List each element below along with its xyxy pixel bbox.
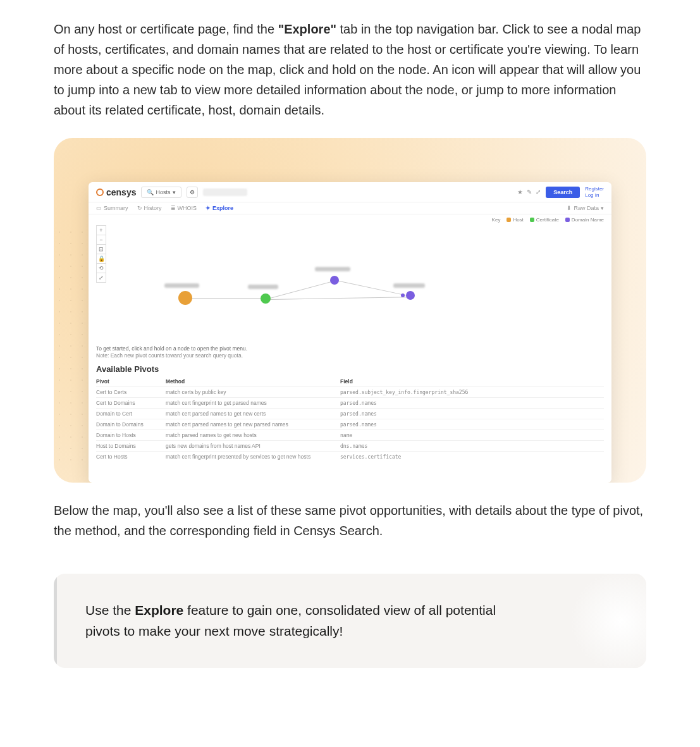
graph-node-certificate[interactable] [261, 293, 271, 304]
zoom-out-button[interactable]: − [96, 235, 106, 245]
logo: censys [96, 187, 136, 197]
col-pivot: Pivot [96, 378, 166, 385]
tab-whois[interactable]: ≣ WHOIS [171, 205, 197, 211]
search-glyph: 🔍 [147, 189, 154, 195]
tab-history[interactable]: ↻ History [137, 205, 162, 211]
history-icon: ↻ [137, 205, 142, 211]
edit-icon[interactable]: ✎ [527, 188, 532, 195]
graph-node-domain[interactable] [406, 291, 415, 300]
fit-button[interactable]: ⊡ [96, 244, 106, 254]
intro-text-pre: On any host or certificate page, find th… [54, 22, 278, 36]
explore-bold: "Explore" [278, 22, 336, 36]
brand-text: censys [106, 187, 136, 197]
pivot-method: match parsed names to get new hosts [166, 432, 330, 438]
pivots-row[interactable]: Domain to Certmatch cert parsed names to… [96, 408, 604, 419]
graph-toolbox: + − ⊡ 🔒 ⟲ ⤢ [96, 225, 106, 282]
pivot-name: Host to Domains [96, 443, 166, 449]
key-label: Key [492, 217, 501, 223]
header-tool-icons: ★ ✎ ⤢ [517, 188, 541, 195]
tab-history-label: History [144, 205, 162, 211]
col-field: Field [340, 378, 604, 385]
tab-explore-label: Explore [212, 205, 233, 211]
logo-icon [96, 188, 104, 196]
key-cert-swatch [530, 218, 534, 222]
graph-node-domain[interactable] [330, 276, 339, 285]
chevron-down-icon: ▾ [173, 189, 176, 195]
key-host-label: Host [513, 217, 523, 223]
screenshot-container: censys 🔍 Hosts ▾ ⚙ ★ ✎ ⤢ Search Register… [54, 138, 646, 483]
pivots-row[interactable]: Cert to Hostsmatch cert fingerprint pres… [96, 451, 604, 462]
key-cert: Certificate [530, 217, 559, 223]
pivot-method: match cert parsed names to get new parse… [166, 421, 330, 428]
login-link[interactable]: Log In [585, 192, 604, 199]
download-icon: ⬇ [567, 205, 572, 211]
pivot-method: gets new domains from host names API [166, 443, 330, 449]
pivot-method: match cert fingerprint to get parsed nam… [166, 400, 330, 406]
pivots-header-row: Pivot Method Field [96, 376, 604, 386]
tab-explore[interactable]: ✦ Explore [206, 205, 233, 211]
auth-links: Register Log In [585, 186, 604, 198]
key-host-swatch [507, 218, 511, 222]
graph-edge [270, 297, 408, 300]
callout-bold: Explore [135, 603, 183, 617]
graph-edge [270, 280, 338, 299]
node-label-blurred [164, 283, 199, 288]
search-input-blurred[interactable] [203, 188, 247, 196]
pivot-field: parsed.subject_key_info.fingerprint_sha2… [340, 390, 604, 395]
lock-button[interactable]: 🔒 [96, 254, 106, 264]
pivot-field: name [340, 433, 604, 438]
tab-summary[interactable]: ▭ Summary [96, 205, 128, 211]
pivots-row[interactable]: Cert to Certsmatch certs by public keypa… [96, 386, 604, 397]
hint-line-1: To get started, click and hold on a node… [96, 345, 604, 352]
rawdata-dropdown[interactable]: ⬇ Raw Data ▾ [567, 205, 604, 211]
tab-summary-label: Summary [104, 205, 128, 211]
callout-box: Use the Explore feature to gain one, con… [54, 574, 646, 668]
callout-pre: Use the [85, 603, 135, 617]
pivots-row[interactable]: Domain to Hostsmatch parsed names to get… [96, 429, 604, 440]
pivot-name: Cert to Hosts [96, 454, 166, 460]
node-label-blurred [315, 267, 350, 271]
pivot-name: Domain to Cert [96, 411, 166, 417]
zoom-in-button[interactable]: + [96, 225, 106, 235]
settings-button[interactable]: ⚙ [187, 187, 198, 198]
key-cert-label: Certificate [536, 217, 559, 223]
intro-text-post: tab in the top navigation bar. Click to … [54, 22, 641, 117]
fullscreen-button[interactable]: ⤢ [96, 273, 106, 283]
pivots-row[interactable]: Host to Domainsgets new domains from hos… [96, 440, 604, 451]
register-link[interactable]: Register [585, 186, 604, 192]
graph-canvas[interactable]: + − ⊡ 🔒 ⟲ ⤢ [96, 225, 604, 345]
expand-icon[interactable]: ⤢ [536, 188, 541, 195]
explore-icon: ✦ [206, 205, 211, 211]
pivot-name: Cert to Certs [96, 389, 166, 395]
graph-node-host[interactable] [178, 291, 192, 305]
tab-bar: ▭ Summary ↻ History ≣ WHOIS ✦ Explore ⬇ … [89, 202, 611, 214]
pivot-field: parsed.names [340, 422, 604, 428]
app-header: censys 🔍 Hosts ▾ ⚙ ★ ✎ ⤢ Search Register… [89, 182, 611, 202]
node-label-blurred [393, 283, 425, 288]
pivot-field: parsed.names [340, 400, 604, 406]
node-label-blurred [248, 285, 278, 289]
pivot-field: dns.names [340, 443, 604, 449]
rawdata-label: Raw Data [574, 205, 599, 211]
pivot-name: Cert to Domains [96, 400, 166, 406]
pivots-row[interactable]: Domain to Domainsmatch cert parsed names… [96, 419, 604, 429]
intro-paragraph: On any host or certificate page, find th… [54, 19, 646, 120]
key-domain: Domain Name [565, 217, 604, 223]
pivot-field: services.certificate [340, 454, 604, 460]
pivots-row[interactable]: Cert to Domainsmatch cert fingerprint to… [96, 397, 604, 408]
pivots-title: Available Pivots [89, 359, 611, 376]
graph-edge [191, 298, 264, 299]
hint-text: To get started, click and hold on a node… [89, 345, 611, 359]
monitor-icon: ▭ [96, 205, 102, 211]
gear-icon: ⚙ [190, 189, 195, 195]
refresh-button[interactable]: ⟲ [96, 263, 106, 273]
star-icon[interactable]: ★ [517, 188, 523, 195]
scope-dropdown[interactable]: 🔍 Hosts ▾ [141, 187, 181, 198]
app-mock: censys 🔍 Hosts ▾ ⚙ ★ ✎ ⤢ Search Register… [89, 182, 611, 483]
legend-row: Key Host Certificate Domain Name [89, 214, 611, 225]
scope-label: Hosts [156, 189, 170, 195]
callout-text: Use the Explore feature to gain one, con… [85, 600, 528, 641]
pivot-method: match cert fingerprint presented by serv… [166, 454, 330, 460]
key-host: Host [507, 217, 523, 223]
search-button[interactable]: Search [546, 187, 580, 198]
